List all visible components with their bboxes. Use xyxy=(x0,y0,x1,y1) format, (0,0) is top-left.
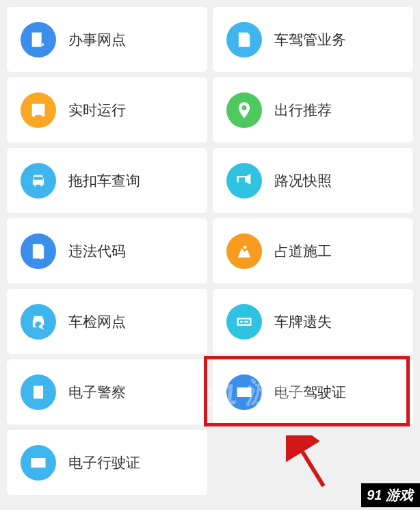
service-label: 车牌遗失 xyxy=(274,312,332,331)
service-label: 办事网点 xyxy=(68,30,126,49)
service-label: 违法代码 xyxy=(68,242,126,261)
service-card-e-vehicle-cert[interactable]: 电子行驶证 xyxy=(7,430,207,495)
service-card-plate-lost[interactable]: 车牌遗失 xyxy=(213,289,413,354)
service-label: 车检网点 xyxy=(68,312,126,331)
service-card-vehicle-services[interactable]: 车驾管业务 xyxy=(213,7,413,72)
service-card-road-work[interactable]: 占道施工 xyxy=(213,218,413,283)
service-label: 出行推荐 xyxy=(274,101,332,120)
watermark-overlay: 91 游戏 www.91danji.com xyxy=(203,368,305,426)
car-icon xyxy=(21,163,56,199)
service-label: 车驾管业务 xyxy=(274,30,346,49)
pin-icon xyxy=(226,92,262,128)
doc-icon xyxy=(226,22,262,58)
carsearch-icon xyxy=(21,304,56,340)
service-card-violation-code[interactable]: 违法代码 xyxy=(7,218,207,283)
card-icon xyxy=(21,445,56,481)
docsearch-icon xyxy=(21,233,56,269)
service-label: 占道施工 xyxy=(274,242,332,261)
footer-brand-text: 91 游戏 xyxy=(367,486,413,505)
watermark-main: 91 游戏 xyxy=(203,371,304,413)
service-label: 电子警察 xyxy=(68,383,126,402)
service-label: 实时运行 xyxy=(68,101,126,120)
service-card-inspection[interactable]: 车检网点 xyxy=(7,289,207,354)
service-label: 拖扣车查询 xyxy=(68,171,140,190)
service-card-service-points[interactable]: 办事网点 xyxy=(7,7,207,72)
bus-icon xyxy=(21,92,56,128)
work-icon xyxy=(226,233,262,269)
service-card-realtime[interactable]: 实时运行 xyxy=(7,77,207,142)
building-icon xyxy=(21,22,56,58)
notepad-icon xyxy=(21,374,56,410)
service-card-road-snapshot[interactable]: 路况快照 xyxy=(213,148,413,213)
service-card-tow-query[interactable]: 拖扣车查询 xyxy=(7,148,207,213)
service-card-e-police[interactable]: 电子警察 xyxy=(7,359,207,424)
service-label: 电子行驶证 xyxy=(68,453,140,472)
service-label: 路况快照 xyxy=(274,171,332,190)
camera-icon xyxy=(226,163,262,199)
footer-brand: 91 游戏 xyxy=(361,483,420,507)
plate-icon xyxy=(226,304,262,340)
service-card-travel-rec[interactable]: 出行推荐 xyxy=(213,77,413,142)
